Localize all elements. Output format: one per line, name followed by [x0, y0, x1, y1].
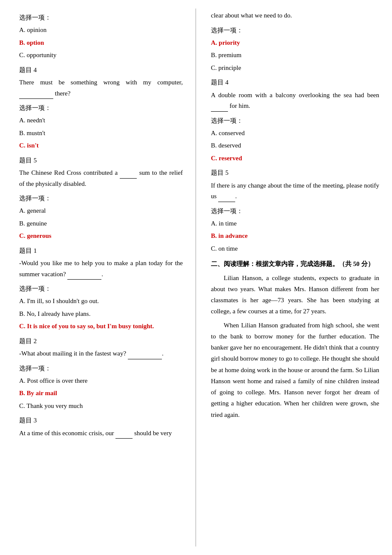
option-c-principle: C. principle — [211, 63, 379, 74]
select-prompt-q5-right: 选择一项： — [211, 205, 379, 217]
q4-label-left: 题目 4 — [19, 64, 183, 75]
right-column: clear about what we need to do. 选择一项： A.… — [196, 9, 392, 546]
q4-option-a: A. needn't — [19, 115, 183, 126]
q4-option-c-correct: C. isn't — [19, 140, 183, 151]
q2-text-left: -What about mailing it in the fastest wa… — [19, 348, 183, 359]
q5-option-a-right: A. in time — [211, 218, 379, 229]
q1-label-left: 题目 1 — [19, 245, 183, 256]
q4-option-c-correct-right: C. reserved — [211, 153, 379, 164]
section2-title: 二、阅读理解：根据文章内容，完成选择题。（共 50 分） — [211, 258, 379, 269]
select-prompt-top-right: 选择一项： — [211, 25, 379, 36]
q5-option-a: A. general — [19, 205, 183, 217]
q4-label-right: 题目 4 — [211, 77, 379, 88]
q5-label-right: 题目 5 — [211, 167, 379, 178]
q1-option-c-correct: C. It is nice of you to say so, but I'm … — [19, 321, 183, 332]
option-b-option-correct: B. option — [19, 38, 183, 49]
select-prompt-q5-left: 选择一项： — [19, 193, 183, 204]
q4-option-a-right: A. conserved — [211, 128, 379, 139]
q4-text-right: A double room with a balcony overlooking… — [211, 90, 379, 112]
q3-text-left: At a time of this economic crisis, our s… — [19, 428, 183, 439]
continued-text: clear about what we need to do. — [211, 10, 379, 21]
q2-option-a: A. Post office is over there — [19, 376, 183, 387]
q2-option-b-correct: B. By air mail — [19, 388, 183, 399]
select-prompt-q4-right: 选择一项： — [211, 115, 379, 126]
q5-option-c-right: C. on time — [211, 243, 379, 254]
q4-text-left: There must be something wrong with my co… — [19, 77, 183, 99]
select-prompt-top: 选择一项： — [19, 12, 183, 23]
page-container: 选择一项： A. opinion B. option C. opportunit… — [0, 0, 392, 555]
select-prompt-q2-left: 选择一项： — [19, 363, 183, 374]
q5-option-b: B. genuine — [19, 218, 183, 229]
left-column: 选择一项： A. opinion B. option C. opportunit… — [0, 9, 196, 546]
select-prompt-q4-left: 选择一项： — [19, 102, 183, 113]
q4-option-b: B. mustn't — [19, 128, 183, 139]
option-a-priority-correct: A. priority — [211, 38, 379, 49]
q4-option-b-right: B. deserved — [211, 140, 379, 151]
option-a-opinion: A. opinion — [19, 25, 183, 36]
q5-option-c-correct: C. generous — [19, 231, 183, 242]
option-c-opportunity: C. opportunity — [19, 50, 183, 61]
option-b-premium: B. premium — [211, 50, 379, 61]
q5-label-left: 题目 5 — [19, 155, 183, 166]
q5-text-left: The Chinese Red Cross contributed a sum … — [19, 168, 183, 189]
q5-text-right: If there is any change about the time of… — [211, 180, 379, 202]
q3-label-left: 题目 3 — [19, 415, 183, 426]
q2-label-left: 题目 2 — [19, 335, 183, 347]
select-prompt-q1-left: 选择一项： — [19, 283, 183, 294]
q5-option-b-correct-right: B. in advance — [211, 231, 379, 242]
reading-para-1: Lilian Hanson, a college students, expec… — [211, 272, 379, 317]
q2-option-c: C. Thank you very much — [19, 401, 183, 412]
q1-option-a: A. I'm ill, so I shouldn't go out. — [19, 296, 183, 307]
q1-text-left: -Would you like me to help you to make a… — [19, 258, 183, 280]
q1-option-b: B. No, I already have plans. — [19, 309, 183, 320]
reading-para-2: When Lilian Hanson graduated from high s… — [211, 320, 379, 420]
